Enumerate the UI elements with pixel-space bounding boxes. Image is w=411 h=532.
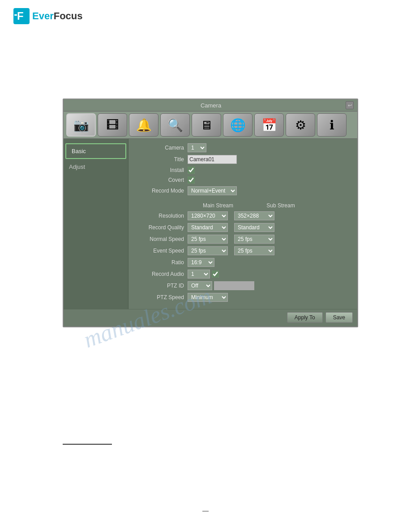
logo-focus: Focus [54,10,83,21]
toolbar-info-button[interactable]: ℹ [317,113,347,137]
toolbar-gear-button[interactable]: ⚙ [286,113,315,137]
event-speed-sub-select[interactable]: 25 fps30 fps15 fps10 fps [234,246,274,255]
film-toolbar-icon: 🎞 [106,118,119,133]
logo-text: EverFocus [32,10,83,22]
dialog-title: Camera [76,102,346,109]
svg-rect-2 [14,14,17,16]
stream-header-row: Main Stream Sub Stream [135,202,351,209]
ptz-id-select[interactable]: Off1234 [188,281,212,290]
install-label: Install [135,167,184,173]
ratio-label: Ratio [135,259,184,266]
calendar-toolbar-icon: 📅 [261,118,277,133]
toolbar-alarm-button[interactable]: 🔔 [129,113,158,137]
dialog-content: Basic Adjust Camera 1234 Title Inst [64,139,357,309]
toolbar-network-button[interactable]: 🌐 [223,113,253,137]
record-quality-row: Record Quality StandardHighLow StandardH… [135,223,351,232]
alarm-toolbar-icon: 🔔 [136,118,152,133]
record-quality-sub-select[interactable]: StandardHighLow [234,223,274,232]
ptz-speed-select[interactable]: MinimumLowMediumHighMaximum [188,293,228,302]
ptz-id-extra-input[interactable] [214,281,254,290]
page-line [63,444,112,445]
title-input[interactable] [188,155,237,164]
toolbar-camera-button[interactable]: 📷 [66,113,96,137]
svg-text:F: F [17,10,24,22]
logo-area: F EverFocus [0,0,411,32]
toolbar-search-button[interactable]: 🔍 [160,113,190,137]
toolbar-film-button[interactable]: 🎞 [98,113,127,137]
camera-select[interactable]: 1234 [188,143,206,152]
covert-label: Covert [135,177,184,183]
record-audio-checkbox[interactable] [212,270,219,278]
normal-speed-row: Normal Speed 25 fps30 fps15 fps10 fps 25… [135,235,351,244]
info-toolbar-icon: ℹ [330,118,334,133]
bottom-buttons-row: Apply To Save [64,309,357,326]
camera-label: Camera [135,145,184,151]
sidebar-item-basic[interactable]: Basic [65,143,126,159]
covert-checkbox[interactable] [188,176,195,184]
main-stream-header: Main Stream [191,202,245,209]
resolution-main-select[interactable]: 1280×7201920×1080704×576352×288 [188,211,228,220]
camera-toolbar-icon: 📷 [73,118,89,133]
event-speed-label: Event Speed [135,248,184,254]
ptz-speed-label: PTZ Speed [135,294,184,300]
apply-to-button[interactable]: Apply To [287,312,323,323]
record-audio-row: Record Audio 1234Off [135,270,351,279]
dialog-close-button[interactable]: ↩ [346,101,354,109]
record-quality-label: Record Quality [135,224,184,231]
record-mode-label: Record Mode [135,188,184,194]
event-speed-main-select[interactable]: 25 fps30 fps15 fps10 fps [188,246,228,255]
toolbar: 📷 🎞 🔔 🔍 🖥 🌐 📅 ⚙ ℹ [64,112,357,139]
event-speed-row: Event Speed 25 fps30 fps15 fps10 fps 25 … [135,246,351,255]
toolbar-monitor-button[interactable]: 🖥 [192,113,221,137]
monitor-toolbar-icon: 🖥 [200,118,213,133]
sidebar: Basic Adjust [64,139,128,309]
page-dash: — [202,507,209,514]
record-mode-select[interactable]: Normal+EventNormalEventOff [188,186,237,195]
logo-ever: Ever [32,10,54,21]
resolution-row: Resolution 1280×7201920×1080704×576352×2… [135,211,351,220]
record-audio-label: Record Audio [135,271,184,277]
ratio-row: Ratio 16:94:3 [135,258,351,267]
ptz-id-row: PTZ ID Off1234 [135,281,351,290]
normal-speed-label: Normal Speed [135,236,184,242]
camera-row: Camera 1234 [135,143,351,152]
sub-stream-header: Sub Stream [254,202,308,209]
install-checkbox[interactable] [188,167,195,174]
title-label: Title [135,156,184,163]
ratio-select[interactable]: 16:94:3 [188,258,214,267]
covert-row: Covert [135,176,351,184]
record-mode-row: Record Mode Normal+EventNormalEventOff [135,186,351,195]
resolution-label: Resolution [135,213,184,219]
install-row: Install [135,167,351,174]
camera-dialog: Camera ↩ 📷 🎞 🔔 🔍 🖥 🌐 📅 ⚙ ℹ [63,99,358,327]
normal-speed-sub-select[interactable]: 25 fps30 fps15 fps10 fps [234,235,274,244]
network-toolbar-icon: 🌐 [230,118,246,133]
ptz-speed-row: PTZ Speed MinimumLowMediumHighMaximum [135,293,351,302]
main-panel: Camera 1234 Title Install Covert [128,139,357,309]
record-quality-main-select[interactable]: StandardHighLow [188,223,228,232]
resolution-sub-select[interactable]: 352×288704×576 [234,211,274,220]
everfocus-logo-icon: F [13,8,30,24]
normal-speed-main-select[interactable]: 25 fps30 fps15 fps10 fps [188,235,228,244]
toolbar-calendar-button[interactable]: 📅 [254,113,284,137]
title-row: Title [135,155,351,164]
dialog-titlebar: Camera ↩ [64,99,357,112]
record-audio-select[interactable]: 1234Off [188,270,210,279]
ptz-id-label: PTZ ID [135,283,184,289]
gear-toolbar-icon: ⚙ [295,118,306,133]
save-button[interactable]: Save [325,312,353,323]
search-toolbar-icon: 🔍 [167,118,183,133]
sidebar-item-adjust[interactable]: Adjust [64,160,128,174]
